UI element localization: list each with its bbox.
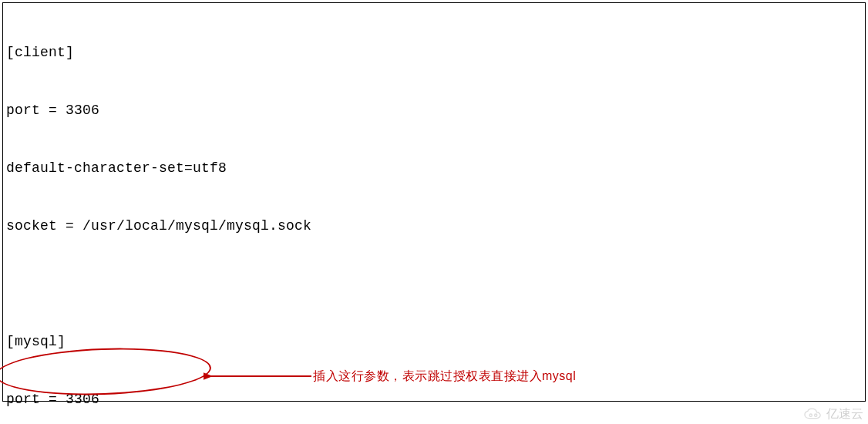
cfg-line: [mysql] <box>6 332 862 352</box>
cfg-line: socket = /usr/local/mysql/mysql.sock <box>6 217 862 236</box>
cfg-blank <box>6 274 862 294</box>
cloud-icon <box>803 408 823 422</box>
annotation-text: 插入这行参数，表示跳过授权表直接进入mysql <box>313 368 576 385</box>
watermark: 亿速云 <box>803 406 863 422</box>
svg-point-2 <box>815 414 817 416</box>
cfg-line: [client] <box>6 43 862 62</box>
cfg-line: port = 3306 <box>6 101 862 120</box>
cfg-line: port = 3306 <box>6 390 862 409</box>
config-file-box: [client] port = 3306 default-character-s… <box>2 2 866 402</box>
cfg-line: default-character-set=utf8 <box>6 159 862 178</box>
svg-point-1 <box>809 414 812 416</box>
watermark-text: 亿速云 <box>826 406 863 422</box>
